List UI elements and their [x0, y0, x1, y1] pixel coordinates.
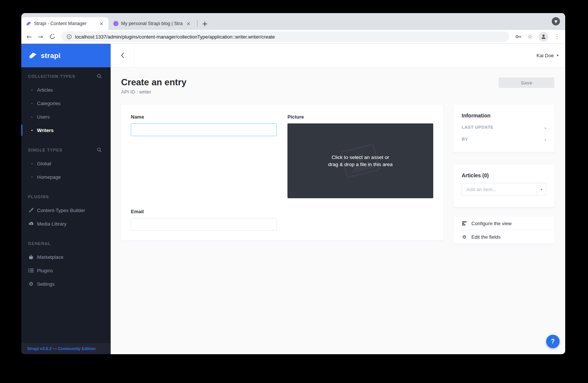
page-info-icon[interactable]: [67, 34, 72, 39]
section-single-types: SINGLE TYPES Global Homepage: [21, 143, 111, 184]
key-icon[interactable]: [515, 34, 521, 39]
sidebar-item-content-types-builder[interactable]: Content-Types Builder: [21, 203, 111, 217]
tab-personal-blog[interactable]: My personal Strapi blog | Strap ×: [108, 17, 196, 30]
bullet-icon: [31, 89, 33, 91]
help-button[interactable]: ?: [546, 335, 560, 348]
email-field-group: Email: [131, 209, 277, 231]
close-tab-icon[interactable]: ×: [98, 20, 105, 27]
info-label: BY: [462, 137, 468, 143]
sidebar-item-writers[interactable]: Writers: [21, 123, 111, 137]
page-subtitle: API ID : writer: [121, 89, 554, 95]
strapi-favicon-icon: [26, 21, 32, 27]
sidebar-item-users[interactable]: Users: [21, 110, 111, 123]
page-body: Name Picture: [121, 105, 554, 243]
sidebar-item-marketplace[interactable]: Marketplace: [21, 250, 111, 264]
blog-favicon-icon: [113, 21, 118, 26]
add-item-select[interactable]: ▾: [462, 183, 546, 196]
sidebar-item-label: Settings: [37, 281, 55, 287]
page-header: Create an entry API ID : writer Save: [121, 67, 554, 105]
email-input[interactable]: [131, 218, 277, 231]
section-header: COLLECTION TYPES: [21, 70, 111, 83]
add-item-input[interactable]: [462, 183, 537, 195]
info-row-by: BY -: [462, 137, 546, 143]
sidebar-item-label: Plugins: [37, 268, 53, 273]
tab-search-button[interactable]: ▼: [552, 17, 560, 25]
save-button[interactable]: Save: [499, 77, 554, 88]
search-icon[interactable]: [97, 74, 102, 79]
brush-icon: [28, 208, 34, 213]
chevron-down-icon: ▾: [557, 53, 558, 57]
picture-field-group: Picture Click to select an asset or: [287, 114, 433, 198]
chevron-down-icon[interactable]: ▾: [537, 183, 546, 195]
info-value: -: [545, 125, 546, 131]
info-value: -: [545, 137, 546, 143]
info-label: LAST UPDATE: [462, 125, 493, 131]
cloud-upload-icon: [28, 221, 34, 226]
sidebar-item-label: Media Library: [37, 221, 67, 227]
sidebar-item-articles[interactable]: Articles: [21, 83, 111, 96]
page-content: Create an entry API ID : writer Save Nam…: [111, 67, 565, 354]
section-plugins: PLUGINS Content-Types Builder Media Libr…: [21, 190, 111, 230]
reload-icon[interactable]: [49, 34, 55, 40]
chevron-left-icon: [121, 52, 124, 58]
browser-window: Strapi - Content Manager × My personal S…: [21, 13, 565, 354]
section-title: PLUGINS: [28, 194, 102, 199]
gear-icon: ⚙: [462, 234, 467, 240]
browser-back-button[interactable]: ←: [27, 34, 32, 40]
link-label: Configure the view: [471, 221, 512, 226]
section-header: SINGLE TYPES: [21, 143, 111, 157]
back-button[interactable]: [111, 44, 135, 67]
configure-view-link[interactable]: Configure the view: [453, 217, 554, 230]
sidebar-item-categories[interactable]: Categories: [21, 96, 111, 110]
sidebar-item-settings[interactable]: ⚙ Settings: [21, 277, 111, 291]
tab-title: Strapi - Content Manager: [34, 21, 96, 26]
name-input[interactable]: [131, 123, 277, 136]
sidebar-item-label: Users: [37, 114, 50, 120]
sidebar-item-label: Categories: [37, 101, 61, 106]
gear-icon: ⚙: [28, 281, 34, 287]
name-field-group: Name: [131, 114, 277, 198]
strapi-app: strapi COLLECTION TYPES Articles: [21, 44, 565, 354]
bullet-icon: [31, 163, 33, 164]
list-icon: [28, 268, 34, 273]
sidebar-item-plugins[interactable]: Plugins: [21, 264, 111, 277]
dropzone-line2: drag & drop a file in this area: [328, 161, 393, 168]
info-row-last-update: LAST UPDATE -: [462, 125, 546, 131]
sidebar-item-label: Marketplace: [37, 254, 64, 260]
sidebar-item-homepage[interactable]: Homepage: [21, 170, 111, 184]
strapi-version-link[interactable]: Strapi v3.6.2 — Community Edition: [21, 343, 111, 354]
browser-forward-button[interactable]: →: [38, 34, 43, 40]
avatar[interactable]: [539, 32, 548, 42]
bookmark-star-icon[interactable]: ☆: [527, 34, 533, 40]
section-collection-types: COLLECTION TYPES Articles Categories: [21, 70, 111, 137]
browser-menu-icon[interactable]: ⋮: [554, 34, 560, 40]
main-area: Kai Doe ▾ Create an entry API ID : write…: [111, 44, 565, 354]
picture-dropzone[interactable]: Click to select an asset or drag & drop …: [287, 123, 433, 198]
strapi-logo-text: strapi: [41, 52, 61, 60]
basket-icon: [28, 255, 34, 260]
section-header: GENERAL: [21, 237, 111, 250]
new-tab-button[interactable]: +: [200, 18, 210, 29]
strapi-logo[interactable]: strapi: [21, 44, 111, 67]
bullet-icon: [31, 116, 33, 117]
dropzone-text: Click to select an asset or drag & drop …: [328, 154, 393, 168]
bullet-icon: [31, 130, 33, 131]
browser-toolbar: ← → localhost:1337/admin/plugins/content…: [21, 30, 565, 44]
search-icon[interactable]: [97, 147, 102, 153]
sidebar-item-media-library[interactable]: Media Library: [21, 217, 111, 230]
user-menu[interactable]: Kai Doe ▾: [536, 53, 558, 58]
right-panel: Information LAST UPDATE - BY - Arti: [453, 105, 554, 243]
section-title: GENERAL: [28, 241, 102, 246]
close-tab-icon[interactable]: ×: [185, 20, 192, 27]
url-text: localhost:1337/admin/plugins/content-man…: [75, 34, 275, 40]
url-bar[interactable]: localhost:1337/admin/plugins/content-man…: [61, 31, 509, 42]
strapi-logo-icon: [28, 52, 37, 59]
user-name: Kai Doe: [536, 53, 554, 58]
tab-strapi-content-manager[interactable]: Strapi - Content Manager ×: [21, 17, 108, 30]
edit-fields-link[interactable]: ⚙ Edit the fields: [453, 230, 554, 243]
sidebar-item-label: Writers: [37, 128, 54, 133]
app-topbar: Kai Doe ▾: [111, 44, 565, 67]
information-title: Information: [462, 113, 546, 119]
sidebar-item-global[interactable]: Global: [21, 157, 111, 170]
sidebar-nav: COLLECTION TYPES Articles Categories: [21, 67, 111, 343]
